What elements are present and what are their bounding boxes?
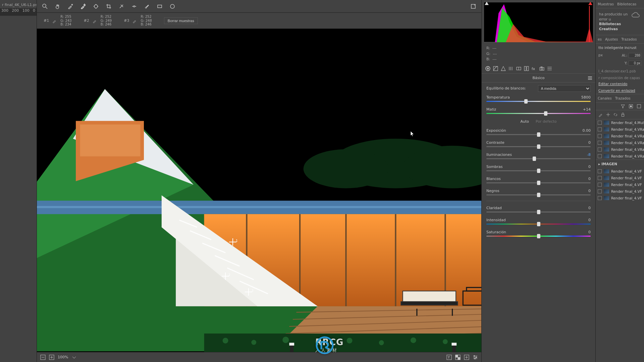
layer-folder[interactable]: ▸ IMAGEN <box>596 160 644 168</box>
lock-icon[interactable] <box>621 112 625 117</box>
sample-marker-2[interactable]: 2 <box>223 274 228 279</box>
curve-tab-icon[interactable] <box>493 66 498 71</box>
export-icon[interactable] <box>470 3 477 10</box>
move-icon[interactable] <box>606 112 610 117</box>
sample-marker-3[interactable]: 3 <box>246 290 251 294</box>
layer-item[interactable]: Render final_4.VF <box>596 195 644 201</box>
svg-point-86 <box>474 355 475 356</box>
sample-marker-1[interactable]: 1 <box>230 240 235 244</box>
svg-point-90 <box>486 66 490 71</box>
target-icon[interactable] <box>93 3 99 10</box>
svg-rect-104 <box>541 67 542 67</box>
layer-item[interactable]: Render final_4.VF <box>596 181 644 188</box>
svg-rect-99 <box>524 66 526 71</box>
svg-marker-93 <box>501 66 505 71</box>
crop-icon[interactable] <box>105 3 112 10</box>
plus-box-icon[interactable] <box>49 355 54 360</box>
slider-claridad[interactable]: Claridad0 <box>486 206 591 213</box>
convert-linked-link[interactable]: Convertir en enlazad <box>596 87 644 94</box>
link-icon[interactable] <box>613 112 618 117</box>
main-toolbar <box>37 0 481 13</box>
slider-intensidad[interactable]: Intensidad0 <box>486 218 591 225</box>
histogram[interactable] <box>484 2 593 42</box>
spot-heal-icon[interactable] <box>118 3 125 10</box>
svg-point-69 <box>317 337 333 353</box>
minus-box-icon[interactable] <box>40 355 46 360</box>
svg-rect-67 <box>452 345 456 352</box>
edit-contents-link[interactable]: Editar contenido <box>596 80 644 87</box>
filter-icon[interactable] <box>621 104 625 109</box>
layer-item[interactable]: Render final_4.VRay <box>596 126 644 133</box>
hsl-tab-icon[interactable] <box>508 66 514 71</box>
layer-item[interactable]: Render final_4.Mult <box>596 119 644 126</box>
default-button[interactable]: Por defecto <box>536 119 556 124</box>
layer-item[interactable]: Render final_4.VRay <box>596 133 644 139</box>
detail-tab-icon[interactable] <box>500 66 506 71</box>
svg-point-91 <box>487 68 488 69</box>
adjust-icon[interactable] <box>131 3 138 10</box>
slider-matiz[interactable]: Matiz+14 <box>486 107 591 114</box>
mask-icon[interactable] <box>629 104 633 109</box>
tab-bibliotecas[interactable]: Bibliotecas <box>617 2 636 6</box>
basic-tab-icon[interactable] <box>485 66 491 71</box>
sliders-icon[interactable] <box>473 355 478 360</box>
split-tab-icon[interactable] <box>516 66 522 71</box>
plus-icon[interactable] <box>464 355 469 360</box>
sample-1: #1 R: 255G: 243B: 234 <box>44 15 72 26</box>
panel-menu-icon[interactable] <box>588 76 592 80</box>
slider-saturacion[interactable]: Saturación0 <box>486 230 591 237</box>
wb-label: Equilibrio de blancos: <box>486 86 536 90</box>
status-bar: 100% Y <box>37 352 481 362</box>
color-sampler-icon[interactable] <box>80 3 87 10</box>
layer-item[interactable]: Render final_4.VF <box>596 188 644 195</box>
width-input[interactable] <box>629 53 641 58</box>
tab-canales[interactable]: Canales <box>598 96 612 100</box>
tab-trazados-2[interactable]: Trazados <box>615 96 631 100</box>
svg-rect-65 <box>290 345 293 352</box>
eyedropper-icon[interactable] <box>67 3 74 10</box>
canvas[interactable]: 1 2 3 RRCG 人人素材 <box>37 29 481 352</box>
chevron-down-icon[interactable] <box>71 355 77 360</box>
checker-icon[interactable] <box>455 355 461 360</box>
lens-tab-icon[interactable] <box>524 66 529 71</box>
layer-item[interactable]: Render final_4.VF <box>596 175 644 181</box>
y-icon[interactable]: Y <box>446 355 452 360</box>
svg-point-0 <box>43 4 46 7</box>
layer-item[interactable]: Render final_4.VRay <box>596 139 644 146</box>
slider-temperatura[interactable]: Temperatura5800 <box>486 95 591 102</box>
doc-tab[interactable]: r final_4K_U6-L1.psd al <box>0 1 37 8</box>
slider-blancos[interactable]: Blancos0 <box>486 177 591 183</box>
slider-contraste[interactable]: Contraste0 <box>486 140 591 147</box>
svg-point-87 <box>476 357 477 358</box>
eyedropper-icon <box>52 18 57 23</box>
clear-samples-button[interactable]: Borrar muestras <box>164 17 198 24</box>
slider-exposicion[interactable]: Exposición0.00 <box>486 128 591 135</box>
slider-negros[interactable]: Negros0 <box>486 189 591 195</box>
slider-iluminaciones[interactable]: Iluminaciones-8 <box>486 153 591 159</box>
tab-trazados[interactable]: Trazados <box>621 37 637 41</box>
svg-rect-100 <box>527 66 529 71</box>
wb-select[interactable]: A medida <box>538 85 591 92</box>
brush-icon[interactable] <box>144 3 150 10</box>
presets-tab-icon[interactable] <box>547 66 552 71</box>
hand-icon[interactable] <box>54 3 61 10</box>
edit-icon[interactable] <box>598 112 603 117</box>
tab-muestras[interactable]: Muestras <box>598 2 614 6</box>
grad-linear-icon[interactable] <box>156 3 163 10</box>
layer-item[interactable]: Render final_4.VF <box>596 168 644 175</box>
camera-tab-icon[interactable] <box>539 66 545 71</box>
zoom-icon[interactable] <box>42 3 48 10</box>
layer-item[interactable]: Render final_4.VRay <box>596 153 644 160</box>
svg-point-57 <box>223 338 228 344</box>
new-icon[interactable] <box>637 104 641 109</box>
zoom-level[interactable]: 100% <box>58 355 68 359</box>
y-input[interactable] <box>629 61 641 66</box>
grad-radial-icon[interactable] <box>169 3 176 10</box>
tab-ajustes[interactable]: Ajustes <box>605 37 618 41</box>
tab-es[interactable]: es <box>598 37 602 41</box>
auto-button[interactable]: Auto <box>520 119 529 124</box>
comp-label: r composición de capas <box>596 75 644 80</box>
fx-tab-icon[interactable]: fx <box>531 66 537 71</box>
layer-item[interactable]: Render final_4.VRayL <box>596 146 644 153</box>
slider-sombras[interactable]: Sombras0 <box>486 165 591 171</box>
